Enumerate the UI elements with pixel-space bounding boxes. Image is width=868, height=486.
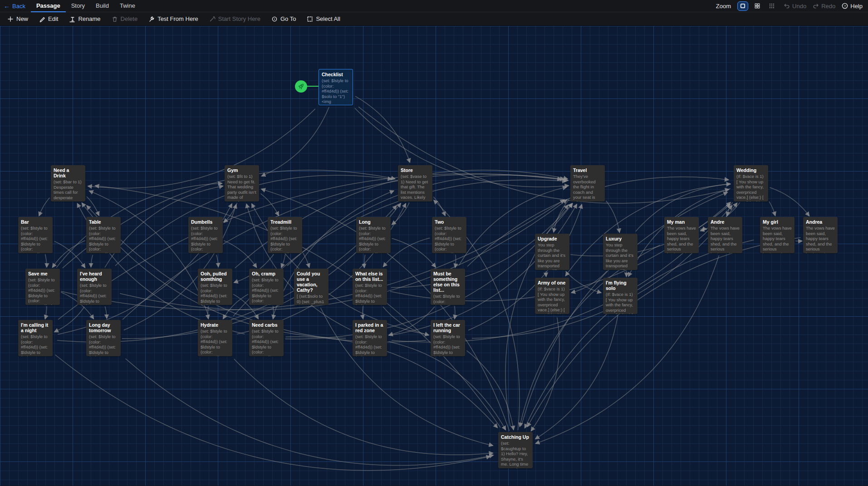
passage-node[interactable]: What else is on this list...(set: $lstyl… — [353, 269, 387, 305]
passage-excerpt: (set: $lstyle to (color: #ff4d4d)) (set:… — [435, 226, 464, 253]
passage-title: Bar — [21, 219, 50, 225]
delete-button[interactable]: Delete — [107, 14, 142, 24]
passage-excerpt: (set: $lstyle to (color: #ff4d4d)) (set:… — [21, 226, 50, 253]
passage-node[interactable]: Oh, cramp(set: $lstyle to (color: #ff4d4… — [249, 269, 284, 305]
connection-arrow — [45, 254, 47, 267]
passage-title: Treadmill — [270, 219, 299, 225]
tab-passage[interactable]: Passage — [31, 0, 66, 12]
connection-arrow — [303, 253, 309, 267]
connection-arrow — [467, 351, 514, 430]
connection-arrow — [120, 200, 567, 310]
passage-excerpt: (set: $lstyle to (color: #ff4d4d)) (set:… — [355, 283, 384, 305]
passage-title: Long day tomorrow — [89, 322, 118, 333]
passage-node[interactable]: Need carbs(set: $lstyle to (color: #ff4d… — [249, 320, 284, 356]
zoom-full-button[interactable] — [737, 1, 748, 11]
pencil-icon — [39, 16, 45, 22]
connection-arrows — [0, 26, 868, 486]
passage-title: I left the car running — [433, 322, 462, 333]
undo-button[interactable]: Undo — [784, 3, 806, 10]
passage-node[interactable]: LuxuryYou step through the curtain and i… — [603, 234, 638, 270]
passage-node[interactable]: Ooh, pulled somthing(set: $lstyle to (co… — [198, 269, 232, 305]
new-button[interactable]: New — [3, 14, 33, 24]
passage-node[interactable]: UpgradeYou step through the curtain and … — [535, 234, 569, 270]
passage-node[interactable]: Need a Drink(set: $bar to 1) Desperate t… — [51, 165, 85, 201]
passage-node[interactable]: I'm calling it a night(set: $lstyle to (… — [18, 320, 53, 356]
passage-title: Must be something else on this list... — [433, 271, 462, 293]
tab-story[interactable]: Story — [66, 0, 90, 12]
start-story-here-button[interactable]: Start Story Here — [205, 14, 265, 24]
passage-node[interactable]: Gym(set: $fit to 1) Need to get fit. Tha… — [225, 165, 259, 201]
passage-node[interactable]: Long(set: $lstyle to (color: #ff4d4d)) (… — [356, 217, 391, 253]
connection-arrow — [363, 306, 363, 319]
connection-arrow — [91, 255, 93, 267]
passage-node[interactable]: Two(set: $lstyle to (color: #ff4d4d)) (s… — [432, 217, 466, 253]
connection-arrow — [216, 255, 218, 267]
connection-arrow — [105, 306, 107, 319]
passage-node[interactable]: AndreaThe vows have been said, happy tea… — [803, 217, 838, 253]
passage-node[interactable]: I've heard enough(set: $lstyle to (color… — [77, 269, 112, 305]
passage-node[interactable]: I left the car running(set: $lstyle to (… — [431, 320, 465, 356]
passage-excerpt: (If: $vace is 1) [ You show up with the … — [736, 174, 765, 201]
passage-node[interactable]: Bar(set: $lstyle to (color: #ff4d4d)) (s… — [18, 217, 53, 253]
tab-twine[interactable]: Twine — [114, 0, 141, 12]
svg-text:?: ? — [844, 4, 846, 8]
connection-arrow — [433, 197, 445, 216]
back-button[interactable]: ← Back — [0, 0, 31, 12]
passage-node[interactable]: Long day tomorrow(set: $lstyle to (color… — [86, 320, 121, 356]
passage-node[interactable]: Dumbells(set: $lstyle to (color: #ff4d4d… — [188, 217, 223, 253]
redo-button[interactable]: Redo — [813, 3, 835, 10]
go-to-button[interactable]: Go To — [267, 14, 300, 24]
edit-button[interactable]: Edit — [34, 14, 63, 24]
passage-excerpt: (set: $lstyle to (color: #ff4d4d)) (set:… — [80, 283, 109, 305]
passage-node[interactable]: Catching Up(set: $caughtup to 1) Hello? … — [498, 432, 533, 468]
help-icon: ? — [842, 3, 848, 9]
passage-title: I parked in a red zone — [355, 322, 384, 333]
connection-arrow — [455, 255, 456, 268]
passage-excerpt: You step through the curtain and it's li… — [538, 242, 567, 270]
passage-excerpt: (set: $lstyle to (color: #ff4d4d)) (set:… — [270, 226, 299, 253]
passage-node[interactable]: TravelThey've overbooked the flight in c… — [570, 165, 605, 201]
passage-excerpt: (If: $vace is 1) [ You show up with the … — [606, 292, 635, 314]
passage-node[interactable]: Treadmill(set: $lstyle to (color: #ff4d4… — [268, 217, 302, 253]
passage-node[interactable]: AndreThe vows have been said, happy tear… — [708, 217, 742, 253]
story-start-marker[interactable] — [295, 80, 307, 93]
passage-node[interactable]: Army of one(If: $vace is 1) [ You show u… — [535, 278, 569, 314]
passage-title: Save me — [28, 271, 57, 276]
passage-node[interactable]: I'm flying solo(If: $vace is 1) [ You sh… — [603, 278, 638, 314]
help-button[interactable]: ? Help — [842, 3, 863, 10]
connection-arrow — [262, 107, 329, 176]
back-arrow-icon: ← — [4, 2, 10, 10]
passage-node[interactable]: Table(set: $lstyle to (color: #ff4d4d)) … — [86, 217, 121, 253]
rename-button[interactable]: Rename — [64, 14, 105, 24]
passage-excerpt: (set: $fit to 1) Need to get fit. That w… — [227, 174, 256, 201]
connection-arrow — [54, 241, 85, 268]
help-label: Help — [850, 3, 863, 10]
passage-node[interactable]: Wedding(If: $vace is 1) [ You show up wi… — [734, 165, 768, 201]
tab-build[interactable]: Build — [90, 0, 114, 12]
passage-map-canvas[interactable]: Checklist(set: $lstyle to (color: #ff4d4… — [0, 26, 868, 486]
passage-node[interactable]: Must be something else on this list...(s… — [431, 269, 465, 305]
delete-label: Delete — [121, 15, 138, 22]
select-all-button[interactable]: Select All — [302, 14, 344, 24]
menu-bar: ← Back PassageStoryBuildTwine Zoom Undo … — [0, 0, 868, 12]
connection-arrow — [281, 255, 285, 268]
passage-node[interactable]: My manThe vows have been said, happy tea… — [664, 217, 699, 253]
zoom-medium-button[interactable] — [752, 1, 763, 11]
passage-node[interactable]: Checklist(set: $lstyle to (color: #ff4d4… — [319, 69, 353, 105]
target-icon — [271, 16, 278, 22]
passage-node[interactable]: Could you use a vacation, Cathy?[ (set:$… — [294, 269, 329, 305]
zoom-small-button[interactable] — [766, 1, 777, 11]
trash-icon — [112, 16, 118, 22]
passage-node[interactable]: Save me(set: $lstyle to (color: #ff4d4d)… — [25, 269, 60, 305]
connection-arrow — [234, 359, 493, 455]
passage-excerpt: (set: $lstyle to (color: #ff4d4d)) (set:… — [252, 329, 281, 356]
passage-title: Two — [435, 219, 464, 225]
passage-node[interactable]: Hydrate(set: $lstyle to (color: #ff4d4d)… — [198, 320, 232, 356]
passage-node[interactable]: Store(set: $vase to 1) Need to get that … — [398, 165, 432, 201]
test-from-here-button[interactable]: Test From Here — [144, 14, 203, 24]
passage-node[interactable]: I parked in a red zone(set: $lstyle to (… — [353, 320, 387, 356]
passage-excerpt: (set: $caughtup to 1) Hello? Hey, Shayne… — [501, 441, 530, 468]
select-icon — [307, 16, 313, 22]
passage-node[interactable]: My girlThe vows have been said, happy te… — [760, 217, 794, 253]
connection-arrow — [39, 198, 49, 216]
